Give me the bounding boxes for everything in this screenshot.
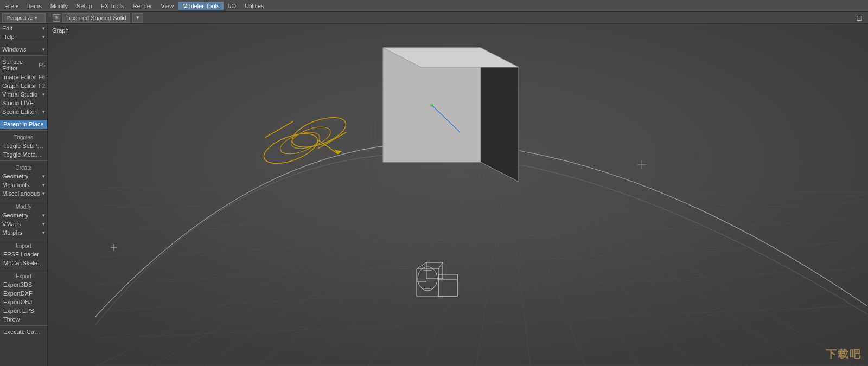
sidebar-div-1	[0, 43, 47, 43]
menu-items[interactable]: Items	[23, 2, 46, 10]
toolbar-separator	[49, 14, 49, 22]
sidebar-item-windows[interactable]: Windows ▾	[0, 45, 47, 54]
sidebar-div-6	[0, 200, 47, 200]
sidebar-header-toggles: Toggles	[0, 132, 47, 142]
sidebar-item-epsf-loader[interactable]: EPSF Loader	[0, 250, 47, 259]
svg-marker-37	[481, 48, 519, 182]
sidebar-item-exportobj[interactable]: ExportOBJ	[0, 298, 47, 306]
viewport[interactable]: Graph 下载吧	[48, 24, 868, 366]
sidebar-header-create: Create	[0, 163, 47, 172]
sidebar-div-2	[0, 55, 47, 56]
sidebar-item-geometry-modify[interactable]: Geometry ▾	[0, 211, 47, 220]
sidebar-div-5	[0, 160, 47, 161]
sidebar-item-execute-command[interactable]: Execute Command	[0, 328, 47, 336]
sidebar-item-export-eps[interactable]: Export EPS	[0, 306, 47, 315]
menu-utilities[interactable]: Utilities	[240, 2, 268, 10]
menu-setup[interactable]: Setup	[72, 2, 97, 10]
sidebar-div-7	[0, 239, 47, 239]
sidebar-item-vmaps[interactable]: VMaps ▾	[0, 220, 47, 228]
main-area: Edit ▾ Help ▾ Windows ▾ Surface Editor F…	[0, 24, 868, 366]
view-mode-arrow[interactable]: ▾	[132, 13, 143, 23]
sidebar-div-8	[0, 269, 47, 269]
sidebar-item-parent-in-place[interactable]: Parent in Place	[0, 120, 47, 129]
menu-view[interactable]: View	[157, 2, 178, 10]
menu-render[interactable]: Render	[128, 2, 156, 10]
sidebar-item-scene-editor[interactable]: Scene Editor ▾	[0, 107, 47, 116]
grid-canvas	[48, 24, 868, 366]
toolbar: Perspective ▾ ⊞ Textured Shaded Solid ▾ …	[0, 12, 868, 24]
sidebar-header-export: Export	[0, 271, 47, 280]
menu-file[interactable]: File ▾	[0, 2, 23, 10]
perspective-dropdown[interactable]: Perspective ▾	[2, 13, 46, 23]
sidebar: Edit ▾ Help ▾ Windows ▾ Surface Editor F…	[0, 24, 48, 366]
sidebar-item-studio-live[interactable]: Studio LIVE	[0, 99, 47, 107]
sidebar-item-geometry-create[interactable]: Geometry ▾	[0, 172, 47, 181]
sidebar-item-throw[interactable]: Throw	[0, 315, 47, 324]
maximize-button[interactable]: ⊟	[853, 14, 866, 22]
menu-modeler-tools[interactable]: Modeler Tools	[178, 2, 224, 10]
sidebar-item-mocap[interactable]: MoCapSkelegons	[0, 259, 47, 267]
sidebar-item-help[interactable]: Help ▾	[0, 33, 47, 41]
sidebar-item-toggle-subpatch[interactable]: Toggle SubPatch	[0, 142, 47, 150]
sidebar-item-metatools[interactable]: MetaTools ▾	[0, 181, 47, 189]
sidebar-header-modify: Modify	[0, 202, 47, 211]
menu-modify[interactable]: Modify	[46, 2, 72, 10]
sidebar-header-import: Import	[0, 241, 47, 250]
sidebar-item-virtual-studio[interactable]: Virtual Studio ▾	[0, 90, 47, 99]
sidebar-div-4	[0, 130, 47, 131]
menu-io[interactable]: I/O	[224, 2, 240, 10]
sidebar-div-9	[0, 325, 47, 326]
sidebar-div-3	[0, 118, 47, 118]
sidebar-item-export3ds[interactable]: Export3DS	[0, 280, 47, 289]
menu-bar: File ▾ Items Modify Setup FX Tools Rende…	[0, 0, 868, 12]
sidebar-item-edit[interactable]: Edit ▾	[0, 24, 47, 33]
viewport-icon: ⊞	[53, 14, 60, 22]
sidebar-item-exportdxf[interactable]: ExportDXF	[0, 289, 47, 298]
sidebar-item-morphs[interactable]: Morphs ▾	[0, 228, 47, 237]
sidebar-item-graph-editor[interactable]: Graph Editor F2	[0, 81, 47, 90]
menu-fxtools[interactable]: FX Tools	[97, 2, 129, 10]
sidebar-item-image-editor[interactable]: Image Editor F6	[0, 73, 47, 81]
view-mode-button[interactable]: Textured Shaded Solid	[62, 13, 130, 23]
sidebar-item-toggle-metaballs[interactable]: Toggle MetaBalls	[0, 150, 47, 159]
sidebar-item-miscellaneous[interactable]: Miscellaneous ▾	[0, 189, 47, 198]
sidebar-item-surface-editor[interactable]: Surface Editor F5	[0, 57, 47, 73]
